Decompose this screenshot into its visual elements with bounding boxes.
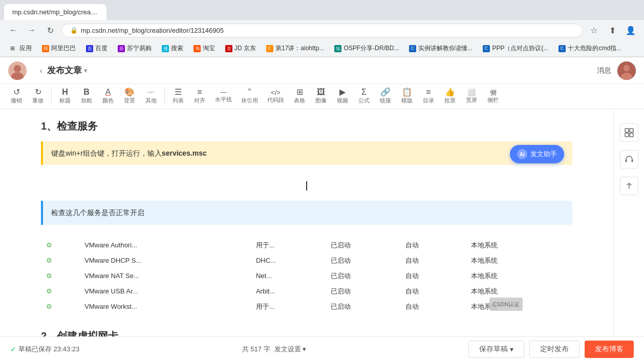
suning-icon: 苏 [118,45,125,52]
browser-tab-active[interactable]: mp.csdn.net/mp_blog/creation/editor/1231… [4,4,106,20]
toolbar-heading[interactable]: H 标题 [55,86,75,107]
bookmark-search[interactable]: 搜 搜索 [158,43,187,54]
forward-button[interactable]: → [25,23,39,37]
cursor-area[interactable] [41,171,572,201]
bookmark-suning[interactable]: 苏 苏宁易购 [114,43,156,54]
ppp-icon: C [483,45,490,52]
section2-title: 2、创建虚拟网卡 [41,330,118,336]
bookmarks-bar: ⊞ 应用 阿 阿里巴巴 百 百度 苏 苏宁易购 搜 搜索 淘 淘宝 京 JD 京… [0,40,644,57]
avatar [8,61,27,80]
bookmark-ospf[interactable]: 知 OSPF分享-DR/BD... [330,43,403,54]
svg-rect-8 [625,133,629,137]
toolbar-code[interactable]: </> 代码段 [263,87,288,106]
toolbar-quote[interactable]: " 块引用 [237,86,262,107]
toolbar-align[interactable]: ≡ 对齐 [189,86,210,107]
publish-title[interactable]: 发布文章 ▾ [47,65,87,76]
toolbar-bold[interactable]: B 加粗 [76,86,97,107]
back-to-home-button[interactable]: ‹ [35,65,47,77]
bottom-left: ✓ 草稿已保存 23:43:23 [10,345,79,354]
toolbar-widescreen[interactable]: ⬜ 宽屏 [461,87,482,106]
headphone-button[interactable] [620,150,638,168]
bookmark-taobao[interactable]: 淘 淘宝 [189,43,219,54]
list-label: 列表 [173,97,184,104]
bookmark-apps[interactable]: ⊞ 应用 [6,43,36,54]
toolbar-vote[interactable]: 👍 投票 [440,86,460,107]
bookmark-ppp[interactable]: C PPP（点对点协议(... [479,43,552,54]
toolbar-other[interactable]: ··· 其他 [141,86,161,107]
align-icon: ≡ [197,88,202,96]
callout2-text: 检查这几个服务是否正常开启 [51,208,144,217]
save-check-icon: ✓ [10,345,16,353]
svc-startup: 自动 [401,269,458,283]
svc-icon-cell: ⚙ [42,238,79,252]
toolbar-formula[interactable]: Σ 公式 [354,86,374,107]
ai-assistant-label: 发文助手 [530,150,557,159]
bookmark-star-button[interactable]: ☆ [587,23,601,37]
profile-button[interactable]: 👤 [624,23,638,37]
bookmark-label: 应用 [19,44,32,53]
app-header: ‹ 发布文章 ▾ 消息 [0,57,644,84]
editor-sidebar-right [613,109,644,336]
taobao-icon: 淘 [194,45,201,52]
toolbar-undo[interactable]: ↺ 撤销 [6,86,27,107]
toolbar-list[interactable]: ☰ 列表 [168,86,188,107]
toolbar-divider-1 [51,88,52,104]
svc-status: 已启动 [327,284,400,299]
svc-account: 本地系统 [459,284,571,299]
grid-view-button[interactable] [620,123,638,142]
ospf-icon: 知 [334,45,341,52]
user-avatar[interactable] [617,61,636,80]
ai-assistant-button[interactable]: Ai 发文助手 [510,145,564,163]
back-button[interactable]: ← [6,23,20,37]
scroll-to-top-button[interactable] [620,177,638,195]
color-label: 颜色 [102,97,114,104]
bookmark-example[interactable]: C 实例讲解教你读懂... [405,43,477,54]
bookmark-baidu[interactable]: 百 百度 [82,43,112,54]
bookmark-label: 淘宝 [203,44,215,53]
toolbar-color[interactable]: A 颜色 [98,86,118,107]
bookmark-alibaba[interactable]: 阿 阿里巴巴 [38,43,80,54]
toolbar-link[interactable]: 🔗 链接 [375,86,396,107]
toolbar-video[interactable]: ▶ 视频 [332,86,353,107]
browser-nav: ← → ↻ 🔒 mp.csdn.net/mp_blog/creation/edi… [0,20,644,40]
toolbar-hrule[interactable]: — 水平线 [211,87,236,105]
refresh-button[interactable]: ↻ [43,23,57,37]
publish-settings-button[interactable]: 发文设置 ▾ [274,345,306,354]
table-row: ⚙ VMware DHCP S... DHC... 已启动 自动 本地系统 [42,254,571,268]
17th-icon: C [266,45,273,52]
editor-main[interactable]: Ai 发文助手 1、检查服务 键盘win+r组合键，打开运行，输入service… [0,109,613,336]
services-table: ⚙ VMware Authori... 用于... 已启动 自动 本地系统 ⚙ … [41,237,572,315]
editor-wrapper: Ai 发文助手 1、检查服务 键盘win+r组合键，打开运行，输入service… [0,109,644,336]
svc-status: 已启动 [327,238,400,252]
link-label: 链接 [380,97,391,104]
template-icon: 📋 [402,88,412,96]
save-draft-button[interactable]: 保存草稿 ▾ [468,341,524,358]
toolbar-bg[interactable]: 🎨 背景 [119,86,140,107]
bg-label: 背景 [124,97,135,104]
toolbar-redo[interactable]: ↻ 重做 [28,86,48,107]
toolbar-sidebar[interactable]: 侧 侧栏 [483,87,503,106]
image-icon: 🖼 [317,88,325,96]
address-bar[interactable]: 🔒 mp.csdn.net/mp_blog/creation/editor/12… [61,24,583,37]
timed-publish-button[interactable]: 定时发布 [529,341,579,358]
bookmark-cmd[interactable]: C 十大危险的cmd指... [554,43,626,54]
svc-name: VMware Authori... [80,238,251,252]
toolbar-toc[interactable]: ≡ 目录 [418,86,439,107]
toolbar-image[interactable]: 🖼 图像 [311,86,331,107]
publish-button[interactable]: 发布博客 [585,341,634,358]
vote-label: 投票 [444,97,456,104]
editor-toolbar: ↺ 撤销 ↻ 重做 H 标题 B 加粗 A 颜色 🎨 背景 ··· 其他 [0,84,644,109]
bookmark-17th[interactable]: C 第17讲：aiohttp... [262,43,328,54]
publish-label: 发布文章 [47,65,82,76]
message-button[interactable]: 消息 [597,66,611,75]
redo-icon: ↻ [35,88,41,96]
share-button[interactable]: ⬆ [605,23,619,37]
save-indicator: ✓ 草稿已保存 23:43:23 [10,345,79,354]
toolbar-table[interactable]: ⊞ 表格 [289,86,310,107]
baidu-icon: 百 [86,45,93,52]
table-icon: ⊞ [296,88,303,96]
bookmark-jd[interactable]: 京 JD 京东 [221,43,260,54]
bold-icon: B [83,88,90,96]
toolbar-template[interactable]: 📋 模版 [397,86,417,107]
svc-startup: 自动 [401,238,458,252]
